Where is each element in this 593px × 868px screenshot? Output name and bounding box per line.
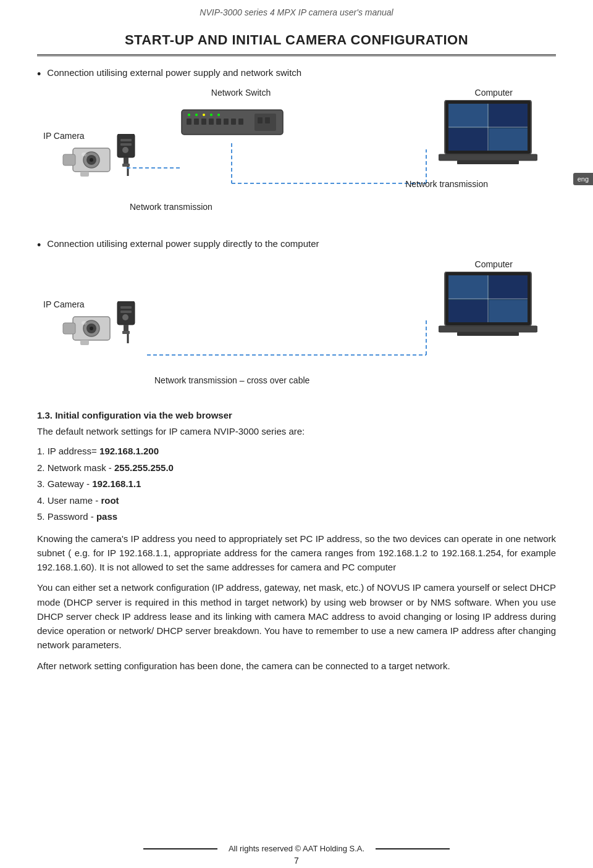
eng-badge: eng xyxy=(573,173,593,185)
diagram1-net-trans-right: Network transmission xyxy=(405,179,488,189)
list-item-5-label: 5. Password - xyxy=(37,511,96,522)
list-item-5-value: pass xyxy=(96,511,117,522)
list-item-3-value: 192.168.1.1 xyxy=(92,478,141,489)
list-item-4-value: root xyxy=(101,495,119,506)
diagram2: IP Camera Computer xyxy=(43,259,550,395)
bullet-item-1: • Connection utilising external power su… xyxy=(37,67,556,81)
bullet-dot-1: • xyxy=(37,67,41,81)
bullet-item-2: • Connection utilising external power su… xyxy=(37,238,556,252)
list-item-3-label: 3. Gateway - xyxy=(37,478,92,489)
diagram2-net-trans-label: Network transmission – cross over cable xyxy=(154,375,309,385)
diagram1: IP Camera Network Switch Computer xyxy=(43,88,550,223)
list-item-4: 4. User name - root xyxy=(37,494,556,508)
page-number: 7 xyxy=(294,856,299,866)
para1: Knowing the camera's IP address you need… xyxy=(37,532,556,575)
list-item-5: 5. Password - pass xyxy=(37,510,556,524)
diagram1-net-trans-bottom: Network transmission xyxy=(130,202,212,212)
list-item-1-value: 192.168.1.200 xyxy=(99,446,159,456)
connection-lines-1 xyxy=(43,88,550,223)
bullet-text-2: Connection utilising external power supp… xyxy=(47,238,319,249)
page-header: NVIP-3000 series 4 MPX IP camera user's … xyxy=(0,0,593,21)
list-item-2-label: 2. Network mask - xyxy=(37,462,114,473)
para3: After network setting configuration has … xyxy=(37,659,556,673)
list-item-3: 3. Gateway - 192.168.1.1 xyxy=(37,477,556,491)
list-item-4-label: 4. User name - xyxy=(37,495,101,506)
top-rule xyxy=(37,54,556,56)
bullet-text-1: Connection utilising external power supp… xyxy=(47,67,301,78)
diagram1-section: IP Camera Network Switch Computer xyxy=(37,88,556,223)
list-item-2-value: 255.255.255.0 xyxy=(114,462,174,473)
page-footer: All rights reserved © AAT Holding S.A. xyxy=(0,844,593,853)
para2: You can either set a network configurati… xyxy=(37,580,556,652)
content-area: • Connection utilising external power su… xyxy=(0,67,593,673)
header-title: NVIP-3000 series 4 MPX IP camera user's … xyxy=(200,7,393,17)
section-heading: 1.3. Initial configuration via the web b… xyxy=(37,410,556,420)
section-intro: The default network settings for IP came… xyxy=(37,424,556,438)
list-item-2: 2. Network mask - 255.255.255.0 xyxy=(37,461,556,475)
bullet-dot-2: • xyxy=(37,238,41,252)
footer-line-left xyxy=(143,848,217,849)
diagram2-section: IP Camera Computer xyxy=(37,259,556,395)
connection-lines-2 xyxy=(43,259,550,395)
list-item-1: 1. IP address= 192.168.1.200 xyxy=(37,444,556,459)
footer-line-right xyxy=(376,848,450,849)
list-item-1-label: 1. IP address= xyxy=(37,446,99,456)
main-title: START-UP AND INITIAL CAMERA CONFIGURATIO… xyxy=(0,21,593,54)
footer-text: All rights reserved © AAT Holding S.A. xyxy=(217,844,376,853)
